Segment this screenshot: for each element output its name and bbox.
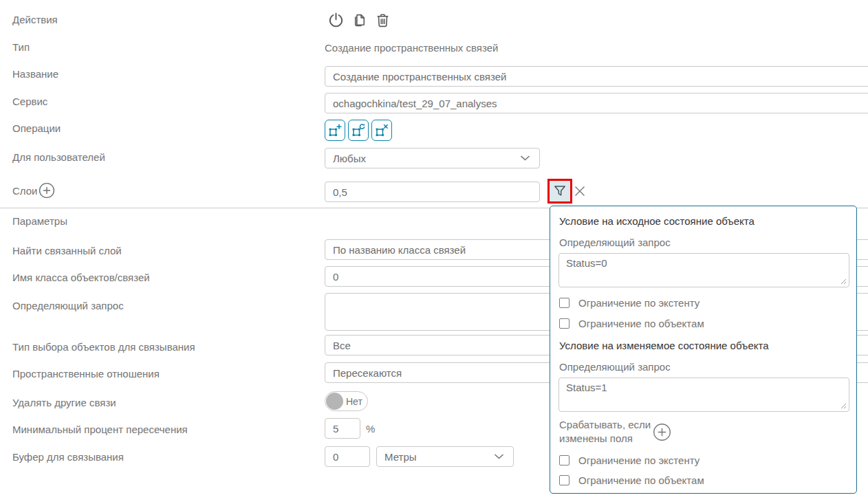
actions-label: Действия — [12, 14, 58, 25]
power-button[interactable] — [327, 12, 345, 29]
copy-button[interactable] — [351, 12, 368, 29]
modified-objects-limit-label: Ограничение по объектам — [578, 474, 704, 486]
delete-other-links-toggle[interactable]: Нет — [325, 391, 368, 411]
plus-circle-icon — [653, 423, 671, 441]
for-users-value: Любых — [333, 153, 366, 164]
delete-other-links-label: Удалять другие связи — [12, 397, 116, 408]
source-objects-limit-row: Ограничение по объектам — [559, 318, 704, 329]
source-extent-limit-label: Ограничение по экстенту — [578, 297, 699, 309]
modified-state-condition-title: Условие на изменяемое состояние объекта — [559, 340, 769, 351]
source-objects-limit-checkbox[interactable] — [559, 318, 569, 329]
delete-link-operation-icon — [374, 123, 389, 138]
modified-query-textarea[interactable]: Status=1 — [558, 377, 849, 412]
layers-input[interactable]: 0,5 — [325, 182, 540, 202]
source-extent-limit-row: Ограничение по экстенту — [559, 297, 699, 309]
filter-conditions-popup: Условие на исходное состояние объекта Оп… — [550, 206, 857, 494]
delete-button[interactable] — [374, 12, 391, 29]
min-intersection-input[interactable]: 5 — [325, 418, 360, 439]
chevron-down-icon — [494, 454, 504, 460]
resize-handle-icon[interactable] — [839, 277, 847, 285]
type-label: Тип — [12, 41, 30, 53]
trigger-fields-label: Срабатывать, если изменены поля — [559, 418, 662, 446]
name-label: Название — [12, 68, 58, 80]
chevron-down-icon — [520, 155, 530, 162]
find-linked-layer-value: По названию класса связей — [333, 244, 466, 256]
spatial-relations-value: Пересекаются — [333, 367, 402, 379]
toggle-state-label: Нет — [346, 396, 362, 407]
copy-icon — [351, 12, 368, 29]
update-link-operation-icon — [351, 123, 366, 138]
filter-button[interactable] — [550, 181, 570, 201]
add-layer-button[interactable] — [39, 182, 55, 199]
source-query-textarea[interactable]: Status=0 — [558, 253, 849, 287]
parameters-section-label: Параметры — [12, 215, 67, 227]
selection-type-value: Все — [333, 340, 351, 351]
type-value: Создание пространственных связей — [325, 42, 498, 54]
layers-label: Слои — [12, 185, 37, 197]
buffer-unit-value: Метры — [384, 451, 417, 463]
source-query-label: Определяющий запрос — [559, 237, 671, 248]
operations-label: Операции — [12, 122, 61, 134]
delete-link-operation-button[interactable] — [371, 120, 392, 141]
resize-handle-icon[interactable] — [839, 402, 847, 409]
modified-extent-limit-label: Ограничение по экстенту — [578, 454, 699, 466]
plus-circle-icon — [39, 182, 55, 199]
close-icon — [573, 184, 587, 198]
service-input[interactable]: ochagochkina/test_29_07_analyses — [325, 93, 868, 113]
add-trigger-field-button[interactable] — [653, 423, 671, 441]
find-linked-layer-label: Найти связанный слой — [12, 245, 122, 256]
buffer-unit-select[interactable]: Метры — [376, 446, 514, 467]
update-link-operation-button[interactable] — [348, 120, 369, 141]
class-name-label: Имя класса объектов/связей — [12, 272, 150, 283]
source-extent-limit-checkbox[interactable] — [559, 298, 569, 308]
source-objects-limit-label: Ограничение по объектам — [578, 318, 704, 329]
min-intersection-label: Минимальный процент пересечения — [12, 424, 188, 435]
name-input[interactable]: Создание пространственных связей — [325, 66, 868, 87]
selection-type-label: Тип выбора объектов для связывания — [12, 341, 195, 353]
delete-icon — [374, 12, 391, 29]
modified-extent-limit-checkbox[interactable] — [559, 455, 569, 465]
modified-objects-limit-checkbox[interactable] — [559, 475, 569, 485]
power-icon — [327, 12, 345, 29]
buffer-label: Буфер для связывания — [12, 451, 124, 463]
modified-objects-limit-row: Ограничение по объектам — [559, 474, 704, 486]
source-query-value: Status=0 — [566, 257, 607, 269]
create-link-operation-icon — [327, 123, 343, 138]
percent-suffix: % — [366, 423, 375, 435]
spatial-relations-label: Пространственные отношения — [12, 368, 160, 380]
service-label: Сервис — [12, 96, 47, 107]
modified-query-value: Status=1 — [566, 382, 607, 393]
create-link-operation-button[interactable] — [325, 120, 345, 141]
for-users-label: Для пользователей — [12, 151, 105, 163]
filter-button-highlight — [547, 179, 572, 204]
for-users-select[interactable]: Любых — [325, 148, 540, 168]
spatial-link-action-form: Действия Тип Название Сервис Операции Дл… — [0, 0, 868, 504]
filter-icon — [553, 184, 567, 198]
clear-layer-button[interactable] — [572, 183, 588, 199]
modified-query-label: Определяющий запрос — [559, 361, 671, 373]
toggle-knob — [326, 393, 343, 410]
modified-extent-limit-row: Ограничение по экстенту — [559, 454, 699, 466]
defining-query-label: Определяющий запрос — [12, 300, 124, 311]
source-state-condition-title: Условие на исходное состояние объекта — [559, 215, 755, 227]
buffer-input[interactable]: 0 — [325, 446, 370, 467]
